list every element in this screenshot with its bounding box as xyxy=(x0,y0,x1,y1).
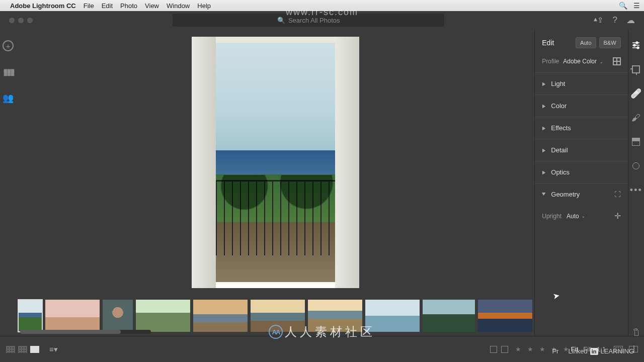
crop-icon[interactable] xyxy=(631,64,641,74)
section-label: Optics xyxy=(551,168,570,176)
help-icon[interactable]: ? xyxy=(613,15,617,25)
thumbnail[interactable] xyxy=(45,300,100,332)
panel-title: Edit xyxy=(542,39,573,47)
linkedin-pre: Pr xyxy=(552,347,558,355)
sort-icon[interactable]: ≡▾ xyxy=(49,345,58,354)
search-placeholder: Search All Photos xyxy=(288,17,340,24)
filmstrip-scrollbar[interactable] xyxy=(20,330,151,334)
menu-app-title[interactable]: Adobe Lightroom CC xyxy=(10,2,76,10)
profile-value: Adobe Color xyxy=(563,58,597,65)
left-sidebar: + ▮▮▮ 👥 xyxy=(0,29,16,336)
flag-pick-icon[interactable] xyxy=(490,346,497,353)
thumbnail[interactable] xyxy=(251,300,305,332)
spotlight-icon[interactable]: 🔍 xyxy=(619,2,627,10)
section-label: Detail xyxy=(551,146,568,154)
photo-canvas[interactable] xyxy=(16,29,534,296)
close-window-button[interactable] xyxy=(9,18,15,23)
radial-gradient-icon[interactable] xyxy=(631,161,641,171)
section-optics[interactable]: ▶Optics xyxy=(535,161,627,183)
brush-icon[interactable]: 🖌 xyxy=(631,113,641,123)
linkedin-word1: Linked xyxy=(568,347,587,355)
geometry-tool-icon[interactable]: ⛶ xyxy=(614,191,621,198)
my-photos-icon[interactable]: ▮▮▮ xyxy=(3,66,14,77)
section-effects[interactable]: ▶Effects xyxy=(535,117,627,139)
bw-button[interactable]: B&W xyxy=(599,37,621,48)
chevron-right-icon: ▶ xyxy=(542,147,545,153)
svg-point-4 xyxy=(633,44,635,46)
menu-help[interactable]: Help xyxy=(197,2,211,10)
section-label: Geometry xyxy=(551,191,580,198)
cloud-sync-icon[interactable]: ☁ xyxy=(626,15,635,26)
linear-gradient-icon[interactable] xyxy=(631,137,641,147)
thumbnail[interactable] xyxy=(423,300,475,332)
thumbnail[interactable] xyxy=(478,300,532,332)
edit-panel: Edit Auto B&W Profile Adobe Color ⌄ ▶Lig… xyxy=(534,29,627,336)
upright-label: Upright xyxy=(542,213,561,220)
search-input[interactable]: 🔍 Search All Photos xyxy=(173,14,444,27)
svg-point-3 xyxy=(636,42,638,44)
menu-view[interactable]: View xyxy=(145,2,159,10)
thumbnail[interactable] xyxy=(136,300,190,332)
profile-browser-icon[interactable] xyxy=(613,57,621,65)
mac-menu-bar: Adobe Lightroom CC File Edit Photo View … xyxy=(0,0,644,11)
canvas-area xyxy=(16,29,534,336)
footer-bar: ≡▾ ★ ★ ★ ★ ★ Fit Fill 1:1 xyxy=(0,336,644,362)
menu-photo[interactable]: Photo xyxy=(120,2,137,10)
search-icon: 🔍 xyxy=(277,17,285,24)
keyword-tag-icon[interactable]: 🏷 xyxy=(631,328,641,336)
linkedin-word2: LEARNING xyxy=(601,347,634,355)
menu-file[interactable]: File xyxy=(84,2,94,10)
chevron-down-icon: ▶ xyxy=(541,193,547,196)
main-area: + ▮▮▮ 👥 Edit xyxy=(0,29,644,336)
profile-label: Profile xyxy=(542,58,559,65)
single-view-icon[interactable] xyxy=(30,346,39,353)
chevron-right-icon: ▶ xyxy=(542,125,545,131)
hamburger-icon[interactable]: ☰ xyxy=(633,2,640,10)
filter-icon[interactable]: ▾ xyxy=(594,16,597,24)
more-icon[interactable]: ••• xyxy=(631,185,641,195)
app-title-bar: 🔍 Search All Photos ▾ ⇪ ? ☁ xyxy=(0,11,644,29)
flag-reject-icon[interactable] xyxy=(501,346,508,353)
thumbnail[interactable] xyxy=(365,300,420,332)
chevron-right-icon: ▶ xyxy=(542,81,545,86)
healing-brush-icon[interactable]: 🩹 xyxy=(631,88,641,99)
thumbnail[interactable] xyxy=(18,300,42,332)
linkedin-in-icon: in xyxy=(590,348,598,355)
shared-icon[interactable]: 👥 xyxy=(3,93,14,104)
section-label: Effects xyxy=(551,124,571,132)
minimize-window-button[interactable] xyxy=(18,18,24,23)
thumbnail[interactable] xyxy=(308,300,362,332)
section-light[interactable]: ▶Light xyxy=(535,72,627,95)
profile-row[interactable]: Profile Adobe Color ⌄ xyxy=(535,55,627,72)
grid-large-icon[interactable] xyxy=(18,346,27,353)
maximize-window-button[interactable] xyxy=(27,18,33,23)
section-detail[interactable]: ▶Detail xyxy=(535,139,627,161)
section-color[interactable]: ▶Color xyxy=(535,95,627,117)
svg-point-5 xyxy=(637,47,639,49)
grid-small-icon[interactable] xyxy=(6,346,15,353)
section-label: Color xyxy=(551,102,567,110)
chevron-right-icon: ▶ xyxy=(542,103,545,109)
edit-sliders-icon[interactable] xyxy=(631,40,641,50)
linkedin-learning-badge: Pr Linked in LEARNING xyxy=(552,347,634,355)
menu-window[interactable]: Window xyxy=(167,2,190,10)
section-geometry[interactable]: ▶ Geometry ⛶ xyxy=(535,183,627,205)
right-toolbar: 🩹 🖌 ••• xyxy=(628,29,644,336)
upright-value[interactable]: Auto xyxy=(567,213,579,220)
section-label: Light xyxy=(551,80,565,87)
geometry-body: Upright Auto ⌄ ✛ xyxy=(535,205,627,227)
thumbnail[interactable] xyxy=(193,300,248,332)
main-photo xyxy=(192,37,359,288)
thumbnail[interactable] xyxy=(103,300,133,332)
chevron-right-icon: ▶ xyxy=(542,169,545,175)
share-icon[interactable]: ⇪ xyxy=(597,16,604,25)
add-photos-button[interactable]: + xyxy=(3,40,14,51)
window-controls xyxy=(9,18,33,23)
menu-edit[interactable]: Edit xyxy=(102,2,113,10)
auto-button[interactable]: Auto xyxy=(576,37,596,48)
chevron-down-icon: ⌄ xyxy=(581,213,584,219)
chevron-down-icon: ⌄ xyxy=(600,59,603,64)
guided-upright-icon[interactable]: ✛ xyxy=(614,211,621,221)
